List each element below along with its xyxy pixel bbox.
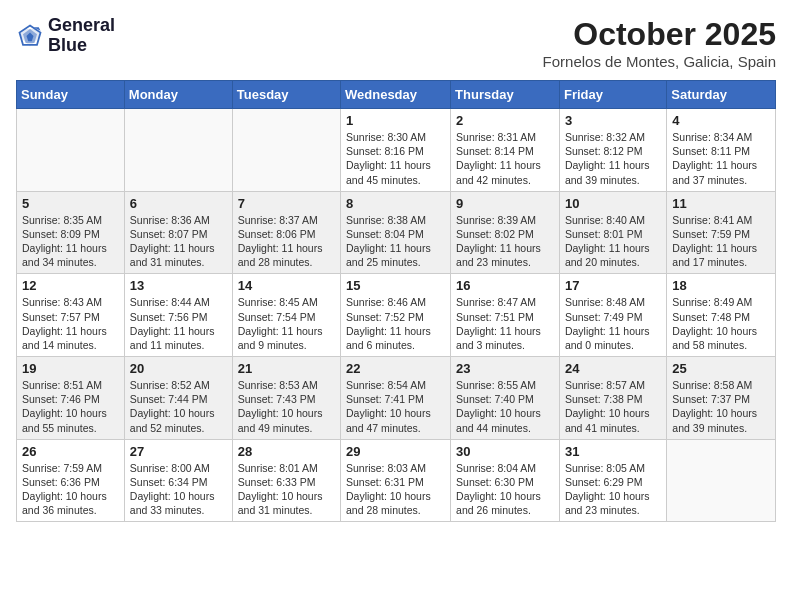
calendar-cell: 8Sunrise: 8:38 AM Sunset: 8:04 PM Daylig… — [341, 191, 451, 274]
day-info: Sunrise: 8:41 AM Sunset: 7:59 PM Dayligh… — [672, 213, 770, 270]
day-info: Sunrise: 8:54 AM Sunset: 7:41 PM Dayligh… — [346, 378, 445, 435]
day-info: Sunrise: 8:49 AM Sunset: 7:48 PM Dayligh… — [672, 295, 770, 352]
day-number: 12 — [22, 278, 119, 293]
calendar-cell: 17Sunrise: 8:48 AM Sunset: 7:49 PM Dayli… — [559, 274, 666, 357]
day-info: Sunrise: 8:53 AM Sunset: 7:43 PM Dayligh… — [238, 378, 335, 435]
calendar-cell: 5Sunrise: 8:35 AM Sunset: 8:09 PM Daylig… — [17, 191, 125, 274]
calendar-cell — [124, 109, 232, 192]
day-info: Sunrise: 8:01 AM Sunset: 6:33 PM Dayligh… — [238, 461, 335, 518]
calendar-cell: 22Sunrise: 8:54 AM Sunset: 7:41 PM Dayli… — [341, 357, 451, 440]
day-info: Sunrise: 8:34 AM Sunset: 8:11 PM Dayligh… — [672, 130, 770, 187]
day-number: 6 — [130, 196, 227, 211]
day-info: Sunrise: 8:39 AM Sunset: 8:02 PM Dayligh… — [456, 213, 554, 270]
weekday-header-friday: Friday — [559, 81, 666, 109]
calendar-cell: 4Sunrise: 8:34 AM Sunset: 8:11 PM Daylig… — [667, 109, 776, 192]
day-info: Sunrise: 8:35 AM Sunset: 8:09 PM Dayligh… — [22, 213, 119, 270]
day-number: 9 — [456, 196, 554, 211]
day-number: 20 — [130, 361, 227, 376]
calendar-cell: 30Sunrise: 8:04 AM Sunset: 6:30 PM Dayli… — [451, 439, 560, 522]
day-number: 1 — [346, 113, 445, 128]
day-info: Sunrise: 8:32 AM Sunset: 8:12 PM Dayligh… — [565, 130, 661, 187]
day-info: Sunrise: 8:03 AM Sunset: 6:31 PM Dayligh… — [346, 461, 445, 518]
day-info: Sunrise: 8:48 AM Sunset: 7:49 PM Dayligh… — [565, 295, 661, 352]
day-number: 3 — [565, 113, 661, 128]
day-info: Sunrise: 8:37 AM Sunset: 8:06 PM Dayligh… — [238, 213, 335, 270]
day-number: 7 — [238, 196, 335, 211]
day-number: 13 — [130, 278, 227, 293]
day-info: Sunrise: 7:59 AM Sunset: 6:36 PM Dayligh… — [22, 461, 119, 518]
day-number: 28 — [238, 444, 335, 459]
calendar-cell: 15Sunrise: 8:46 AM Sunset: 7:52 PM Dayli… — [341, 274, 451, 357]
calendar-cell: 23Sunrise: 8:55 AM Sunset: 7:40 PM Dayli… — [451, 357, 560, 440]
calendar-cell — [667, 439, 776, 522]
calendar-cell: 18Sunrise: 8:49 AM Sunset: 7:48 PM Dayli… — [667, 274, 776, 357]
calendar-cell: 29Sunrise: 8:03 AM Sunset: 6:31 PM Dayli… — [341, 439, 451, 522]
page-header: General Blue October 2025 Fornelos de Mo… — [16, 16, 776, 70]
calendar-week-row: 1Sunrise: 8:30 AM Sunset: 8:16 PM Daylig… — [17, 109, 776, 192]
calendar-cell: 9Sunrise: 8:39 AM Sunset: 8:02 PM Daylig… — [451, 191, 560, 274]
day-info: Sunrise: 8:44 AM Sunset: 7:56 PM Dayligh… — [130, 295, 227, 352]
day-number: 27 — [130, 444, 227, 459]
calendar-week-row: 26Sunrise: 7:59 AM Sunset: 6:36 PM Dayli… — [17, 439, 776, 522]
day-number: 31 — [565, 444, 661, 459]
day-number: 4 — [672, 113, 770, 128]
calendar-cell: 31Sunrise: 8:05 AM Sunset: 6:29 PM Dayli… — [559, 439, 666, 522]
weekday-header-tuesday: Tuesday — [232, 81, 340, 109]
calendar-cell — [232, 109, 340, 192]
calendar-cell: 11Sunrise: 8:41 AM Sunset: 7:59 PM Dayli… — [667, 191, 776, 274]
calendar-cell: 6Sunrise: 8:36 AM Sunset: 8:07 PM Daylig… — [124, 191, 232, 274]
calendar-table: SundayMondayTuesdayWednesdayThursdayFrid… — [16, 80, 776, 522]
day-info: Sunrise: 8:43 AM Sunset: 7:57 PM Dayligh… — [22, 295, 119, 352]
day-info: Sunrise: 8:40 AM Sunset: 8:01 PM Dayligh… — [565, 213, 661, 270]
calendar-cell: 2Sunrise: 8:31 AM Sunset: 8:14 PM Daylig… — [451, 109, 560, 192]
calendar-cell: 3Sunrise: 8:32 AM Sunset: 8:12 PM Daylig… — [559, 109, 666, 192]
day-info: Sunrise: 8:36 AM Sunset: 8:07 PM Dayligh… — [130, 213, 227, 270]
day-number: 16 — [456, 278, 554, 293]
day-number: 11 — [672, 196, 770, 211]
day-number: 15 — [346, 278, 445, 293]
weekday-header-row: SundayMondayTuesdayWednesdayThursdayFrid… — [17, 81, 776, 109]
day-number: 30 — [456, 444, 554, 459]
day-number: 14 — [238, 278, 335, 293]
calendar-cell: 20Sunrise: 8:52 AM Sunset: 7:44 PM Dayli… — [124, 357, 232, 440]
day-number: 8 — [346, 196, 445, 211]
calendar-cell: 10Sunrise: 8:40 AM Sunset: 8:01 PM Dayli… — [559, 191, 666, 274]
day-info: Sunrise: 8:04 AM Sunset: 6:30 PM Dayligh… — [456, 461, 554, 518]
calendar-week-row: 19Sunrise: 8:51 AM Sunset: 7:46 PM Dayli… — [17, 357, 776, 440]
day-number: 21 — [238, 361, 335, 376]
calendar-cell: 16Sunrise: 8:47 AM Sunset: 7:51 PM Dayli… — [451, 274, 560, 357]
day-info: Sunrise: 8:38 AM Sunset: 8:04 PM Dayligh… — [346, 213, 445, 270]
day-number: 10 — [565, 196, 661, 211]
weekday-header-saturday: Saturday — [667, 81, 776, 109]
day-number: 26 — [22, 444, 119, 459]
day-info: Sunrise: 8:45 AM Sunset: 7:54 PM Dayligh… — [238, 295, 335, 352]
day-number: 19 — [22, 361, 119, 376]
calendar-cell: 12Sunrise: 8:43 AM Sunset: 7:57 PM Dayli… — [17, 274, 125, 357]
calendar-cell: 14Sunrise: 8:45 AM Sunset: 7:54 PM Dayli… — [232, 274, 340, 357]
calendar-cell: 27Sunrise: 8:00 AM Sunset: 6:34 PM Dayli… — [124, 439, 232, 522]
calendar-cell: 26Sunrise: 7:59 AM Sunset: 6:36 PM Dayli… — [17, 439, 125, 522]
day-info: Sunrise: 8:47 AM Sunset: 7:51 PM Dayligh… — [456, 295, 554, 352]
weekday-header-sunday: Sunday — [17, 81, 125, 109]
weekday-header-monday: Monday — [124, 81, 232, 109]
day-info: Sunrise: 8:05 AM Sunset: 6:29 PM Dayligh… — [565, 461, 661, 518]
day-info: Sunrise: 8:00 AM Sunset: 6:34 PM Dayligh… — [130, 461, 227, 518]
day-info: Sunrise: 8:31 AM Sunset: 8:14 PM Dayligh… — [456, 130, 554, 187]
calendar-cell: 13Sunrise: 8:44 AM Sunset: 7:56 PM Dayli… — [124, 274, 232, 357]
day-number: 25 — [672, 361, 770, 376]
month-title: October 2025 — [543, 16, 776, 53]
day-number: 17 — [565, 278, 661, 293]
calendar-cell: 1Sunrise: 8:30 AM Sunset: 8:16 PM Daylig… — [341, 109, 451, 192]
day-number: 29 — [346, 444, 445, 459]
day-info: Sunrise: 8:52 AM Sunset: 7:44 PM Dayligh… — [130, 378, 227, 435]
weekday-header-thursday: Thursday — [451, 81, 560, 109]
day-info: Sunrise: 8:46 AM Sunset: 7:52 PM Dayligh… — [346, 295, 445, 352]
day-number: 22 — [346, 361, 445, 376]
day-info: Sunrise: 8:55 AM Sunset: 7:40 PM Dayligh… — [456, 378, 554, 435]
day-number: 18 — [672, 278, 770, 293]
logo-text: General Blue — [48, 16, 115, 56]
title-area: October 2025 Fornelos de Montes, Galicia… — [543, 16, 776, 70]
day-number: 24 — [565, 361, 661, 376]
day-number: 2 — [456, 113, 554, 128]
calendar-week-row: 5Sunrise: 8:35 AM Sunset: 8:09 PM Daylig… — [17, 191, 776, 274]
